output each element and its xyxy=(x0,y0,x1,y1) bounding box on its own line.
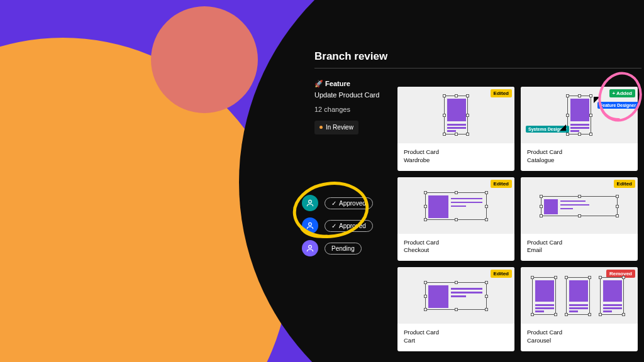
card-label: Product Card Catalogue xyxy=(521,143,638,171)
card-subtitle: Cart xyxy=(404,337,508,345)
check-icon: ✓ xyxy=(331,200,336,207)
cards-grid: Edited Product Card Wardrobe + Added xyxy=(397,87,638,351)
status-text: Pending xyxy=(331,245,355,252)
selection-box xyxy=(600,277,624,315)
person-icon xyxy=(306,199,314,207)
decoration-pink-circle xyxy=(151,6,258,113)
card-catalogue[interactable]: + Added Systems Designer Feature Designe… xyxy=(521,87,638,171)
selection-box xyxy=(425,282,487,310)
card-title: Product Card xyxy=(404,148,508,156)
card-subtitle: Catalogue xyxy=(527,156,631,165)
person-icon xyxy=(306,221,314,230)
svg-point-2 xyxy=(309,245,312,248)
selection-box xyxy=(541,196,618,216)
card-preview: Removed xyxy=(521,267,638,324)
reviewer-row: ✓ Approved xyxy=(302,195,373,211)
selection-box xyxy=(444,96,468,134)
avatar[interactable] xyxy=(302,195,318,211)
card-title: Product Card xyxy=(527,329,631,337)
status-text: Approved xyxy=(339,222,366,229)
pending-button[interactable]: Pending xyxy=(325,243,362,255)
card-preview: Edited xyxy=(397,177,514,234)
card-subtitle: Wardrobe xyxy=(404,156,508,165)
rocket-icon: 🚀 xyxy=(314,80,323,87)
card-preview: + Added Systems Designer Feature Designe… xyxy=(521,87,638,143)
card-subtitle: Carousel xyxy=(527,337,631,345)
status-dot-icon xyxy=(319,126,323,129)
card-title: Product Card xyxy=(404,239,508,247)
selection-box xyxy=(532,277,556,315)
cursor-arrow-icon xyxy=(560,124,566,131)
status-badge: Edited xyxy=(491,180,512,188)
status-badge: Edited xyxy=(491,270,512,278)
person-icon xyxy=(306,244,314,253)
card-label: Product Card Carousel xyxy=(521,324,638,351)
card-label: Product Card Checkout xyxy=(397,234,514,261)
card-title: Product Card xyxy=(527,239,631,247)
card-title: Product Card xyxy=(404,329,508,337)
status-text: Approved xyxy=(339,200,366,207)
page-title: Branch review xyxy=(314,50,641,69)
card-cart[interactable]: Edited Product Card Cart xyxy=(397,267,514,351)
card-subtitle: Email xyxy=(527,246,631,255)
selection-box xyxy=(566,277,590,315)
card-label: Product Card Email xyxy=(521,234,638,261)
card-carousel[interactable]: Removed xyxy=(521,267,638,351)
card-preview: Edited xyxy=(397,87,514,143)
avatar[interactable] xyxy=(302,217,318,234)
status-badge: + Added xyxy=(609,89,635,97)
cursor-label-feature: Feature Designer xyxy=(597,102,638,109)
card-label: Product Card Wardrobe xyxy=(397,143,514,171)
card-wardrobe[interactable]: Edited Product Card Wardrobe xyxy=(397,87,514,171)
status-badge: Edited xyxy=(614,180,635,188)
card-preview: Edited xyxy=(397,267,514,324)
feature-label: Feature xyxy=(325,80,350,87)
reviewer-row: ✓ Approved xyxy=(302,217,373,234)
card-title: Product Card xyxy=(527,148,631,156)
card-label: Product Card Cart xyxy=(397,324,514,351)
review-status-text: In Review xyxy=(326,123,353,133)
approved-button[interactable]: ✓ Approved xyxy=(325,197,373,209)
svg-point-1 xyxy=(309,222,312,226)
avatar[interactable] xyxy=(302,240,318,256)
status-badge: Edited xyxy=(491,89,512,97)
approved-button[interactable]: ✓ Approved xyxy=(325,220,373,232)
review-status-badge[interactable]: In Review xyxy=(314,121,358,134)
check-icon: ✓ xyxy=(331,222,336,229)
selection-box xyxy=(425,192,487,220)
reviewers-list: ✓ Approved ✓ Approved Pending xyxy=(302,195,373,256)
cursor-arrow-icon xyxy=(594,97,600,103)
svg-point-0 xyxy=(309,200,312,203)
selection-box xyxy=(567,96,591,134)
card-email[interactable]: Edited Product Card Email xyxy=(521,177,638,261)
card-checkout[interactable]: Edited Product Card Checkout xyxy=(397,177,514,261)
card-subtitle: Checkout xyxy=(404,246,508,255)
reviewer-row: Pending xyxy=(302,240,373,256)
card-preview: Edited xyxy=(521,177,638,234)
